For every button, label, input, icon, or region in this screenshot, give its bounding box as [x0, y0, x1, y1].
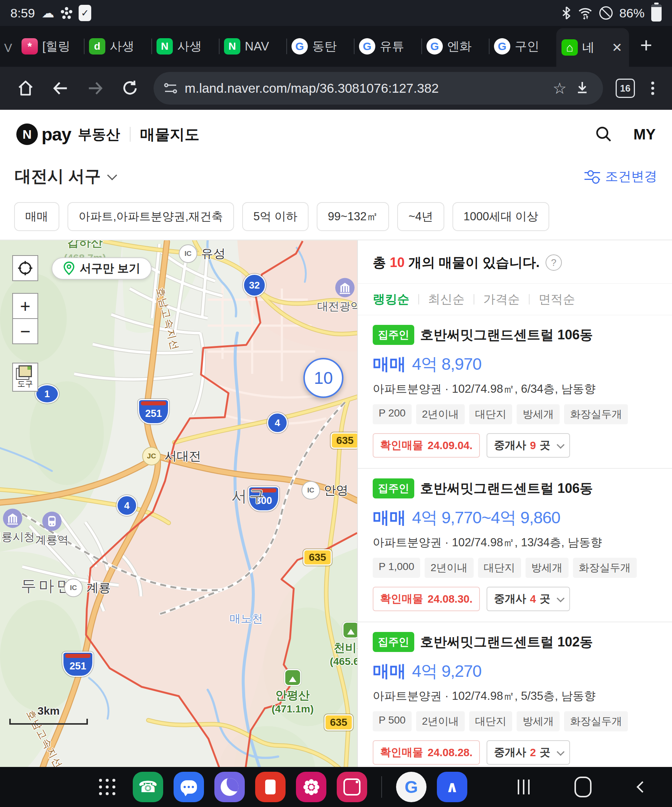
home-button[interactable] — [10, 72, 41, 104]
interchange-name: 서대전 — [165, 448, 201, 465]
sort-option-최신순[interactable]: 최신순 — [428, 291, 465, 308]
search-icon[interactable] — [595, 125, 613, 143]
listing-tag: 방세개 — [517, 404, 560, 424]
region-selector[interactable]: 대전시 서구 — [15, 165, 101, 187]
filter-chip[interactable]: 5억 이하 — [242, 202, 309, 231]
home-key[interactable] — [553, 767, 613, 807]
browser-tab-NAV[interactable]: NNAV — [219, 26, 286, 67]
flower-app-icon[interactable] — [296, 772, 326, 802]
sort-option-가격순[interactable]: 가격순 — [483, 291, 520, 308]
listing-card[interactable]: 집주인호반써밋그랜드센트럴 106동매매4억 9,770~4억 9,860아파트… — [358, 469, 672, 622]
tab-title: 유튜 — [380, 38, 404, 55]
agent-count: 9 — [530, 440, 536, 452]
download-icon[interactable] — [571, 80, 593, 97]
browser-menu-button[interactable] — [651, 87, 654, 90]
tab-title: 구인 — [515, 38, 539, 55]
site-settings-icon[interactable] — [163, 81, 178, 96]
map-road-shield-4: 4 — [116, 495, 137, 516]
zoom-out-button[interactable]: − — [12, 318, 38, 344]
help-icon[interactable]: ? — [546, 254, 562, 271]
listing-price-row: 매매4억 9,270 — [373, 660, 657, 682]
browser-tab-동탄[interactable]: G동탄 — [286, 26, 354, 67]
logo-service-text[interactable]: 부동산 — [78, 125, 120, 144]
map-interchange-유성: IC유성 — [179, 244, 226, 263]
camera-app-icon[interactable] — [337, 772, 367, 802]
map-road-shield-251: 251 — [62, 652, 93, 677]
filter-chip[interactable]: ~4년 — [397, 202, 444, 231]
listing-tag: 2년이내 — [425, 558, 474, 578]
my-menu[interactable]: MY — [634, 126, 656, 143]
listing-title-row: 집주인호반써밋그랜드센트럴 106동 — [373, 478, 657, 498]
sort-option-면적순[interactable]: 면적순 — [539, 291, 575, 308]
change-conditions-button[interactable]: 조건변경 — [584, 168, 657, 185]
view-district-only-button[interactable]: 서구만 보기 — [51, 257, 152, 280]
filter-chip[interactable]: 아파트,아파트분양권,재건축 — [68, 202, 234, 231]
tab-title: 사생 — [110, 38, 134, 55]
browser-tab-사생[interactable]: d사생 — [84, 26, 151, 67]
browser-tab-엔화[interactable]: G엔화 — [421, 26, 489, 67]
map-road-shield-251: 251 — [138, 399, 169, 424]
bookmark-star-icon[interactable]: ☆ — [548, 80, 571, 98]
listing-title[interactable]: 호반써밋그랜드센트럴 106동 — [420, 326, 593, 344]
google-app-icon[interactable]: G — [396, 772, 426, 802]
messages-app-icon[interactable] — [174, 772, 204, 802]
owner-badge: 집주인 — [373, 325, 414, 345]
browser-tab-구인[interactable]: G구인 — [489, 26, 556, 67]
map-tools-button[interactable]: 도구 — [12, 363, 38, 392]
filter-chip[interactable]: 99~132㎡ — [317, 202, 389, 231]
tab-title: 사생 — [177, 38, 202, 55]
new-tab-button[interactable]: + — [640, 33, 652, 57]
site-header: N pay 부동산 매물지도 MY — [0, 110, 672, 159]
listing-info: 아파트분양권 · 102/74.98㎡, 13/34층, 남동향 — [373, 535, 657, 550]
listing-card[interactable]: 집주인호반써밋그랜드센트럴 102동매매4억 9,270아파트분양권 · 102… — [358, 622, 672, 776]
current-location-button[interactable] — [12, 255, 38, 281]
map-app-icon[interactable]: ∧ — [437, 772, 467, 802]
tab-separator — [84, 38, 85, 54]
filter-chip[interactable]: 1000세대 이상 — [453, 202, 549, 231]
browser-app-icon[interactable] — [214, 772, 245, 802]
map-poi-계룡시청: 계룡시청 — [0, 509, 35, 545]
back-button[interactable] — [45, 72, 76, 104]
phone-app-icon[interactable]: ☎ — [133, 772, 163, 802]
clipped-tab-fragment[interactable]: V — [0, 41, 16, 67]
recents-key[interactable] — [494, 767, 553, 807]
map-cluster-marker[interactable]: 10 — [304, 358, 343, 398]
browser-tab-네[interactable]: ⌂네✕ — [556, 28, 629, 67]
browser-tab-[힐링[interactable]: *[힐링 — [16, 26, 84, 67]
filter-chip[interactable]: 매매 — [14, 202, 59, 231]
url-text[interactable]: m.land.naver.com/map/36.3081076:127.382 — [185, 81, 541, 96]
map-interchange-서대전: JC서대전 — [143, 447, 201, 465]
listing-title[interactable]: 호반써밋그랜드센트럴 106동 — [420, 480, 593, 498]
listing-card[interactable]: 집주인호반써밋그랜드센트럴 106동매매4억 8,970아파트분양권 · 102… — [358, 315, 672, 469]
listing-title[interactable]: 호반써밋그랜드센트럴 102동 — [420, 633, 593, 651]
agents-dropdown[interactable]: 중개사4곳 — [486, 587, 570, 611]
agents-dropdown[interactable]: 중개사9곳 — [486, 433, 570, 458]
content-area: 갑하산(468.7m)IC유성32대전광역시101251호남고속지선JC서대전4… — [0, 240, 672, 807]
map-canvas[interactable]: 갑하산(468.7m)IC유성32대전광역시101251호남고속지선JC서대전4… — [0, 240, 357, 807]
tab-count-button[interactable]: 16 — [616, 79, 635, 98]
back-key[interactable] — [613, 767, 672, 807]
document-app-icon[interactable] — [255, 772, 285, 802]
logo-pay-text[interactable]: pay — [41, 124, 71, 144]
naver-pay-logo[interactable]: N — [16, 123, 38, 145]
browser-tab-유튜[interactable]: G유튜 — [354, 26, 421, 67]
status-bar: 8:59 ☁ ✓ 86% — [0, 0, 672, 26]
zoom-in-button[interactable]: + — [12, 293, 38, 319]
recents-icon — [523, 780, 524, 794]
forward-button[interactable] — [80, 72, 111, 104]
url-bar[interactable]: m.land.naver.com/map/36.3081076:127.382 … — [154, 72, 603, 105]
phone-screen: 8:59 ☁ ✓ 86% V *[힐링d사생N사생NNAVG동탄G유튜G엔화G구… — [0, 0, 672, 807]
agents-dropdown[interactable]: 중개사2곳 — [486, 740, 570, 765]
flower-icon — [309, 785, 314, 790]
chevron-down-icon — [557, 748, 564, 756]
tab-close-icon[interactable]: ✕ — [611, 40, 624, 55]
browser-tab-사생[interactable]: N사생 — [151, 26, 219, 67]
app-drawer-button[interactable] — [92, 772, 123, 802]
home-favicon: ⌂ — [561, 39, 578, 56]
sort-option-랭킹순[interactable]: 랭킹순 — [373, 291, 410, 308]
home-circle-icon — [574, 777, 592, 797]
tab-separator — [489, 38, 489, 54]
listing-tag: 2년이내 — [416, 711, 465, 731]
poi-name: 대전광역시 — [317, 299, 357, 314]
reload-button[interactable] — [114, 72, 146, 104]
